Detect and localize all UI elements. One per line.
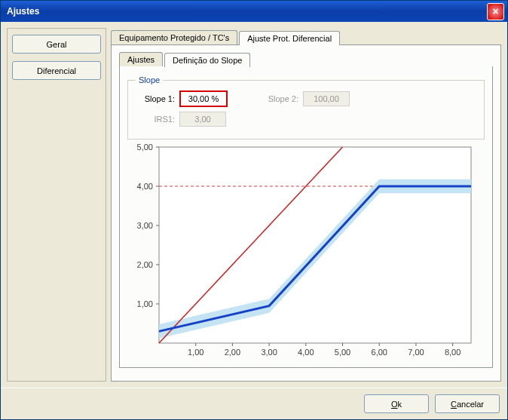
slope-fieldset: Slope Slope 1: 30,00 % Slope 2: 100,00 I…: [127, 75, 485, 139]
svg-text:7,00: 7,00: [408, 348, 424, 357]
footer: Ok Cancelar: [1, 388, 507, 419]
irs1-label: IRS1:: [136, 115, 175, 124]
svg-text:1,00: 1,00: [188, 348, 204, 357]
dialog-window: Ajustes × Geral Diferencial Equipamento …: [0, 0, 508, 420]
svg-text:2,00: 2,00: [137, 260, 153, 269]
svg-text:3,00: 3,00: [137, 221, 153, 230]
tab-equip[interactable]: Equipamento Protegido / TC's: [111, 30, 237, 44]
window-title: Ajustes: [7, 6, 39, 17]
svg-text:5,00: 5,00: [137, 143, 153, 152]
slope1-label: Slope 1:: [136, 94, 175, 103]
cancel-button[interactable]: Cancelar: [435, 394, 500, 413]
svg-text:4,00: 4,00: [298, 348, 314, 357]
tab-ajuste-diferencial[interactable]: Ajuste Prot. Diferencial: [239, 31, 340, 45]
slope-chart: 1,002,003,004,005,001,002,003,004,005,00…: [124, 143, 480, 363]
irs1-input: 3,00: [179, 112, 226, 127]
slope2-label: Slope 2:: [259, 94, 298, 103]
diferencial-button[interactable]: Diferencial: [12, 61, 101, 80]
svg-text:4,00: 4,00: [137, 182, 153, 191]
subtab-slope[interactable]: Definição do Slope: [164, 53, 250, 67]
chart-svg: 1,002,003,004,005,001,002,003,004,005,00…: [124, 143, 479, 361]
titlebar: Ajustes ×: [1, 1, 507, 22]
slope1-input[interactable]: 30,00 %: [179, 90, 228, 107]
svg-text:6,00: 6,00: [372, 348, 387, 357]
geral-button[interactable]: Geral: [12, 35, 101, 54]
main-tabs: Equipamento Protegido / TC's Ajuste Prot…: [111, 28, 501, 44]
svg-text:1,00: 1,00: [137, 299, 153, 308]
sub-tabs: Ajustes Definição do Slope: [119, 51, 493, 66]
svg-text:5,00: 5,00: [335, 348, 350, 357]
slope2-input: 100,00: [303, 91, 350, 106]
svg-text:2,00: 2,00: [225, 348, 240, 357]
close-icon[interactable]: ×: [487, 3, 504, 20]
category-panel: Geral Diferencial: [7, 28, 106, 382]
ok-button[interactable]: Ok: [364, 394, 429, 413]
slope-legend: Slope: [136, 75, 163, 84]
svg-text:8,00: 8,00: [445, 348, 461, 357]
svg-text:3,00: 3,00: [261, 348, 277, 357]
subtab-ajustes[interactable]: Ajustes: [119, 52, 163, 66]
tab-page: Ajustes Definição do Slope Slope Slope 1…: [111, 44, 501, 382]
